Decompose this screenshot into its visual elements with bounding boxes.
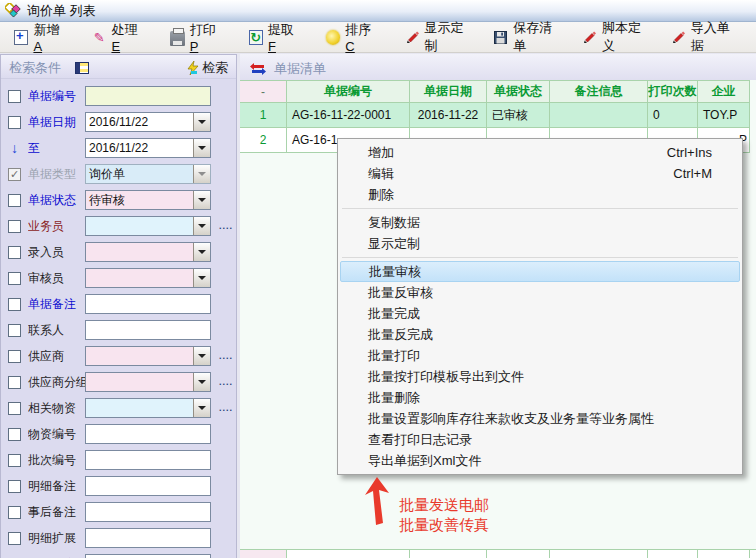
field-checkbox-salesman[interactable] [8, 220, 21, 233]
field-checkbox-doc-number[interactable] [8, 90, 21, 103]
field-checkbox-doc-type[interactable]: ✓ [8, 168, 21, 181]
field-input-detail-remark[interactable] [85, 476, 211, 496]
field-combo-related-material[interactable] [85, 398, 211, 418]
field-checkbox-supplier-group[interactable] [8, 376, 21, 389]
grid-header-cell[interactable]: 企业 [698, 80, 750, 103]
main-toolbar: 新增A✎处理E打印P↻提取F排序C 显示定制保存清单脚本定义导入单据 [0, 22, 756, 53]
field-checkbox-detail-remark[interactable] [8, 480, 21, 493]
menu-item-batch-audit[interactable]: 批量审核 [340, 261, 740, 282]
combo-dropdown-button[interactable] [193, 139, 210, 157]
field-input-material-number[interactable] [85, 424, 211, 444]
field-combo-supplier[interactable] [85, 346, 211, 366]
field-checkbox-doc-status[interactable] [8, 194, 21, 207]
field-combo-date-to[interactable]: 2016/11/22 [85, 138, 211, 158]
toolbar-button-save-list[interactable]: 保存清单 [486, 16, 569, 58]
grid-header-cell[interactable]: 单据日期 [410, 80, 487, 103]
menu-item-delete[interactable]: 删除 [340, 184, 740, 205]
grid-cell[interactable] [550, 103, 648, 128]
combo-dropdown-button[interactable] [193, 373, 210, 391]
field-checkbox-entry-clerk[interactable] [8, 246, 21, 259]
toolbar-button-sort[interactable]: 排序C [318, 18, 385, 57]
grid-cell[interactable]: AG-16-11-22-0001 [287, 103, 410, 128]
combo-dropdown-button[interactable] [193, 269, 210, 287]
field-checkbox-batch-number[interactable] [8, 454, 21, 467]
grid-cell[interactable]: 2016-11-22 [410, 103, 487, 128]
grid-header-cell[interactable]: 打印次数 [648, 80, 698, 103]
grid-header-cell[interactable]: 备注信息 [550, 80, 648, 103]
field-input-post-remark[interactable] [85, 502, 211, 522]
menu-item-batch-uncomplete[interactable]: 批量反完成 [340, 324, 740, 345]
field-checkbox-contact[interactable] [8, 324, 21, 337]
toolbar-button-script-define[interactable]: 脚本定义 [574, 16, 657, 58]
menu-item-view-print-log[interactable]: 查看打印日志记录 [340, 429, 740, 450]
field-combo-auditor[interactable] [85, 268, 211, 288]
search-field-doc-status: 单据状态待审核 [1, 187, 236, 213]
field-input-detail-custom[interactable] [85, 554, 211, 558]
menu-item-edit[interactable]: 编辑Ctrl+M [340, 163, 740, 184]
toolbar-button-new[interactable]: 新增A [6, 18, 72, 57]
combo-dropdown-button[interactable] [193, 399, 210, 417]
grid-cell[interactable]: TOY.P [698, 103, 750, 128]
more-button-related-material[interactable]: .... [219, 404, 233, 412]
grid-header-cell[interactable]: - [240, 80, 287, 103]
menu-item-batch-unaudit[interactable]: 批量反审核 [340, 282, 740, 303]
field-checkbox-doc-date[interactable] [8, 116, 21, 129]
more-button-supplier[interactable]: .... [219, 352, 233, 360]
field-checkbox-material-number[interactable] [8, 428, 21, 441]
field-checkbox-supplier[interactable] [8, 350, 21, 363]
grid-header-cell[interactable]: 单据状态 [487, 80, 550, 103]
field-checkbox-post-remark[interactable] [8, 506, 21, 519]
field-checkbox-detail-extend[interactable] [8, 532, 21, 545]
menu-item-copy-data[interactable]: 复制数据 [340, 212, 740, 233]
grid-cell[interactable]: 0 [648, 103, 698, 128]
combo-dropdown-button[interactable] [193, 165, 210, 183]
toolbar-button-import-orders[interactable]: 导入单据 [663, 16, 746, 58]
field-combo-doc-status[interactable]: 待审核 [85, 190, 211, 210]
field-checkbox-auditor[interactable] [8, 272, 21, 285]
menu-item-batch-delete[interactable]: 批量删除 [340, 387, 740, 408]
menu-item-export-xml[interactable]: 导出单据到Xml文件 [340, 450, 740, 471]
grid-header-row: -单据编号单据日期单据状态备注信息打印次数企业 [240, 80, 756, 103]
menu-item-add[interactable]: 增加Ctrl+Ins [340, 142, 740, 163]
field-input-doc-remark[interactable] [85, 294, 211, 314]
field-input-batch-number[interactable] [85, 450, 211, 470]
field-input-detail-extend[interactable] [85, 528, 211, 548]
more-button-supplier-group[interactable]: .... [219, 378, 233, 386]
grid-row[interactable]: 1AG-16-11-22-00012016-11-22已审核0TOY.P [240, 103, 756, 128]
field-input-contact[interactable] [85, 320, 211, 340]
toolbar-button-print[interactable]: 打印P [162, 18, 228, 57]
field-input-doc-number[interactable] [85, 86, 211, 106]
search-button[interactable]: 检索 [187, 59, 228, 77]
grid-footer-cell [287, 550, 410, 558]
grid-cell[interactable]: 已审核 [487, 103, 550, 128]
field-combo-doc-type[interactable]: 询价单 [85, 164, 211, 184]
toolbar-button-display-custom[interactable]: 显示定制 [397, 16, 480, 58]
combo-dropdown-button[interactable] [193, 347, 210, 365]
menu-separator [342, 208, 738, 209]
field-combo-supplier-group[interactable] [85, 372, 211, 392]
down-arrow-icon: ↓ [8, 142, 21, 155]
grid-options-icon[interactable] [75, 62, 89, 74]
grid-header-cell[interactable]: 单据编号 [287, 80, 410, 103]
menu-item-batch-export-template[interactable]: 批量按打印模板导出到文件 [340, 366, 740, 387]
menu-item-batch-print[interactable]: 批量打印 [340, 345, 740, 366]
combo-dropdown-button[interactable] [193, 243, 210, 261]
field-combo-doc-date[interactable]: 2016/11/22 [85, 112, 211, 132]
combo-dropdown-button[interactable] [193, 113, 210, 131]
toolbar-button-fetch[interactable]: ↻提取F [241, 18, 307, 57]
menu-item-display-custom[interactable]: 显示定制 [340, 233, 740, 254]
toolbar-button-process[interactable]: ✎处理E [84, 18, 150, 57]
field-checkbox-related-material[interactable] [8, 402, 21, 415]
combo-dropdown-button[interactable] [193, 217, 210, 235]
menu-item-batch-complete[interactable]: 批量完成 [340, 303, 740, 324]
combo-dropdown-button[interactable] [193, 191, 210, 209]
grid-footer-cell [487, 550, 550, 558]
toolbar-button-label: 显示定制 [424, 19, 471, 55]
field-combo-salesman[interactable] [85, 216, 211, 236]
toolbar-button-label: 提取F [268, 21, 298, 54]
field-combo-entry-clerk[interactable] [85, 242, 211, 262]
menu-item-batch-set-properties[interactable]: 批量设置影响库存往来款收支及业务量等业务属性 [340, 408, 740, 429]
field-checkbox-doc-remark[interactable] [8, 298, 21, 311]
toolbar-button-label: 新增A [33, 21, 64, 54]
more-button-salesman[interactable]: .... [219, 222, 233, 230]
